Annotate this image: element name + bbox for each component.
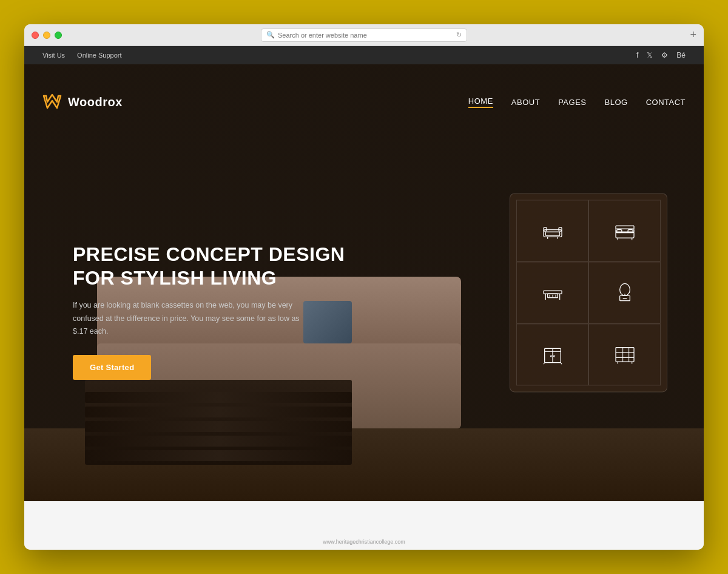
feature-sofa[interactable] [516, 200, 588, 262]
svg-rect-5 [559, 228, 562, 232]
nav-about[interactable]: ABOUT [511, 98, 540, 107]
svg-rect-3 [545, 232, 559, 236]
table-layer-1 [85, 392, 352, 403]
desk-icon [541, 280, 565, 305]
feature-shelves[interactable] [588, 323, 661, 385]
new-tab-button[interactable]: + [690, 29, 696, 41]
mac-window-controls [32, 32, 62, 39]
hero-section: Woodrox HOME ABOUT PAGES BLOG CONTACT PR… [24, 64, 704, 501]
svg-line-33 [544, 363, 545, 365]
svg-rect-11 [628, 230, 633, 232]
svg-rect-10 [616, 230, 621, 232]
nav-home[interactable]: HOME [468, 96, 493, 108]
feature-grid [516, 200, 661, 385]
url-input[interactable] [278, 32, 453, 39]
utility-links: Visit Us Online Support [42, 52, 121, 59]
feature-desk[interactable] [516, 262, 588, 323]
svg-point-31 [550, 356, 552, 357]
sofa-icon [541, 218, 565, 243]
feature-bed[interactable] [588, 200, 661, 262]
feature-dresser[interactable] [588, 262, 661, 323]
coffee-table-layers [85, 392, 352, 465]
main-navigation: Woodrox HOME ABOUT PAGES BLOG CONTACT [24, 83, 704, 121]
nav-links: HOME ABOUT PAGES BLOG CONTACT [468, 96, 686, 108]
shelves-icon [613, 342, 637, 366]
search-icon: 🔍 [266, 31, 275, 39]
mac-browser-window: 🔍 ↻ + Visit Us Online Support f 𝕏 ⚙ Bé [24, 24, 704, 550]
feature-wardrobe[interactable] [516, 323, 588, 385]
table-layer-5 [85, 450, 352, 461]
nav-contact[interactable]: CONTACT [646, 98, 686, 107]
hero-content: PRECISE CONCEPT DESIGN FOR STYLISH LIVIN… [73, 243, 345, 380]
facebook-icon[interactable]: f [636, 51, 638, 59]
logo: Woodrox [42, 92, 123, 112]
svg-rect-35 [616, 348, 634, 362]
twitter-icon[interactable]: 𝕏 [647, 51, 653, 59]
svg-point-32 [553, 356, 555, 357]
svg-marker-1 [44, 95, 61, 108]
social-icons: f 𝕏 ⚙ Bé [636, 51, 686, 59]
refresh-icon[interactable]: ↻ [456, 31, 462, 39]
table-layer-2 [85, 407, 352, 417]
hero-subtitle: If you are looking at blank cassettes on… [73, 299, 303, 338]
table-layer-3 [85, 421, 352, 432]
get-started-button[interactable]: Get Started [73, 355, 151, 380]
hero-title: PRECISE CONCEPT DESIGN FOR STYLISH LIVIN… [73, 243, 345, 289]
svg-rect-4 [544, 228, 547, 232]
mac-titlebar: 🔍 ↻ + [24, 24, 704, 46]
hero-title-line2: FOR STYLISH LIVING [73, 267, 277, 289]
close-button[interactable] [32, 32, 39, 39]
maximize-button[interactable] [55, 32, 62, 39]
website-content: Visit Us Online Support f 𝕏 ⚙ Bé [24, 46, 704, 550]
logo-icon [42, 92, 62, 112]
dresser-icon [613, 280, 637, 305]
footer-url: www.heritagechristiancollege.com [323, 539, 405, 545]
bed-icon [613, 218, 637, 243]
utility-bar: Visit Us Online Support f 𝕏 ⚙ Bé [24, 46, 704, 64]
svg-rect-17 [544, 291, 562, 294]
logo-text: Woodrox [68, 95, 123, 109]
visit-us-link[interactable]: Visit Us [42, 52, 65, 59]
table-layer-4 [85, 436, 352, 447]
online-support-link[interactable]: Online Support [77, 52, 121, 59]
svg-line-34 [561, 363, 562, 365]
settings-icon[interactable]: ⚙ [661, 51, 668, 59]
hero-title-line1: PRECISE CONCEPT DESIGN [73, 243, 345, 265]
feature-grid-panel [510, 193, 667, 392]
nav-pages[interactable]: PAGES [558, 98, 586, 107]
nav-blog[interactable]: BLOG [605, 98, 628, 107]
address-bar[interactable]: 🔍 ↻ [261, 29, 467, 42]
minimize-button[interactable] [43, 32, 50, 39]
behance-icon[interactable]: Bé [676, 51, 686, 59]
wardrobe-icon [541, 342, 565, 366]
